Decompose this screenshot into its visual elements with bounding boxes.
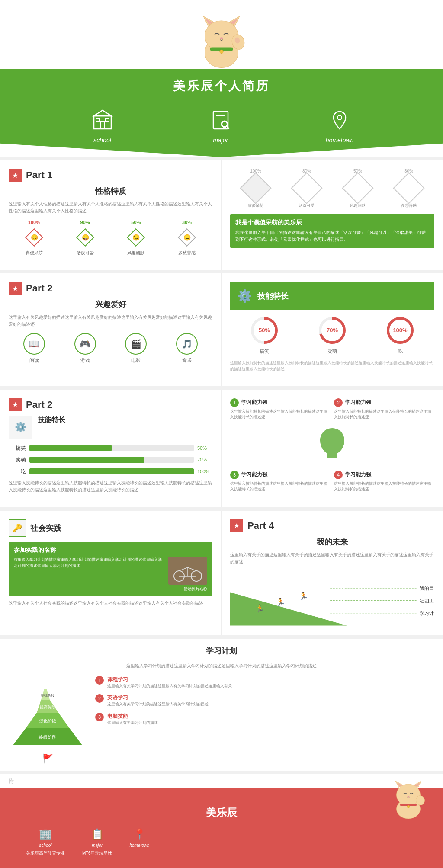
slide-part2b: ★ Part 2 ⚙️ 技能特长 搞笑 50% 卖萌 — [0, 390, 443, 507]
learn-1-text: 这里输入技能特长的描述这里输入技能特长的描述这里输入技能特长的描述还 — [230, 409, 331, 420]
intro-title: 我是个囊傻呆萌的美乐辰 — [235, 219, 429, 227]
svg-text:我的目标: 我的目标 — [420, 586, 434, 591]
interest-music: 🎵 音乐 — [176, 333, 198, 364]
bar-cute-pct: 70% — [197, 457, 212, 462]
svg-point-23 — [337, 115, 342, 120]
trait-3-label: 风趣幽默 — [127, 250, 144, 256]
step-3-num: 3 — [95, 713, 104, 721]
bar-eat-fill — [29, 468, 194, 474]
footer-hometown-icon: 📍 — [133, 828, 146, 840]
trait-4: 30% 😑 多愁善感 — [178, 220, 196, 256]
social-title-row: 🔑 社会实践 — [9, 519, 212, 537]
interests-desc: 这里输入有关风趣爱好的描述这里输入有关风趣爱好的描述这里输入有关风趣爱好的描述这… — [9, 314, 212, 328]
intro-box: 我是个囊傻呆萌的美乐辰 我在这里输入关于自己的描述这里输入有关自己的描述「活泼可… — [230, 214, 434, 248]
gaming-label: 游戏 — [80, 357, 90, 364]
activity-text: 这里输入学习计划的描述这里输入学习计划的描述这里输入学习计划的描述这里输入学习计… — [14, 557, 163, 585]
slide-study-plan: 学习计划 这里输入学习计划的描述这里输入学习计划的描述这里输入学习计划的描述这里… — [0, 639, 443, 771]
step-2-text: 这里输入有关学习计划的描述这里输入有关学习计划的描述 — [107, 701, 209, 708]
svg-text:🏃: 🏃 — [276, 597, 286, 607]
part2b-right: 1 学习能力强 这里输入技能特长的描述这里输入技能特长的描述这里输入技能特长的描… — [222, 390, 443, 507]
skill-funny-circ: 50% 搞笑 — [249, 315, 279, 355]
learn-3-title: 学习能力强 — [241, 471, 267, 478]
appendix-label: 附 — [0, 774, 443, 788]
pyramid-layout: 终级阶段 强化阶段 提高阶段 基础阶段 🚩 — [9, 676, 434, 764]
activity-image-label: 活动照片名称 — [14, 586, 207, 592]
step-2: 2 英语学习 这里输入有关学习计划的描述这里输入有关学习计划的描述 — [95, 694, 434, 708]
movies-icon: 🎬 — [125, 333, 147, 355]
school-label: school — [93, 137, 111, 144]
study-plan-title: 学习计划 — [9, 646, 434, 656]
skill-funny-label: 搞笑 — [260, 348, 269, 355]
svg-marker-15 — [94, 110, 111, 116]
part2b-label: Part 2 — [26, 399, 52, 410]
rt-trait-4: 30% 多愁善感 — [396, 169, 422, 208]
skills-header: ⚙️ 技能特长 — [230, 282, 434, 310]
study-plan-desc: 这里输入学习计划的描述这里输入学习计划的描述这里输入学习计划的描述这里输入学习计… — [9, 663, 434, 669]
learn-1-title: 学习能力强 — [241, 399, 267, 406]
interests-title: 兴趣爱好 — [9, 299, 212, 310]
bar-cute-fill — [29, 457, 144, 463]
part2b-star: ★ — [9, 398, 22, 411]
svg-text:社团工作: 社团工作 — [420, 598, 434, 603]
traits-row: 100% 😊 真傻呆萌 90% 😄 活泼可爱 — [9, 220, 212, 256]
footer-school-icon: 🏢 — [39, 828, 52, 840]
svg-point-8 — [220, 50, 223, 53]
learn-grid: 1 学习能力强 这里输入技能特长的描述这里输入技能特长的描述这里输入技能特长的描… — [230, 398, 434, 420]
school-icon — [90, 107, 116, 133]
major-label: major — [213, 137, 228, 144]
learn-1-num: 1 — [230, 398, 239, 407]
step-3-text: 这里输入有关学习计划的描述 — [107, 720, 158, 726]
svg-rect-14 — [100, 122, 105, 129]
part4-star: ★ — [230, 519, 243, 532]
step-1-title: 课程学习 — [107, 676, 232, 683]
activity-photo — [168, 557, 207, 585]
key-icon: 🔑 — [9, 519, 26, 537]
bar-funny-track — [29, 445, 194, 451]
slide-part1: ★ Part 1 性格特质 这里输入有关个人性格的描述这里输入有关个人性格的描述… — [0, 160, 443, 270]
bar-cute-name: 卖萌 — [9, 456, 26, 464]
footer-icons: 🏢 school 美乐辰高等教育专业 📋 major M76届云端星球 📍 ho… — [17, 828, 426, 856]
slide-footer: 附 美乐辰 🏢 schoo — [0, 774, 443, 868]
header-icons: school major — [26, 107, 417, 144]
bar-funny-pct: 50% — [197, 445, 212, 451]
footer-school-label: school — [39, 843, 52, 848]
part2b-desc: 这里输入技能特长的描述这里输入技能特长的描述这里输入技能特长的描述这里输入技能特… — [9, 480, 212, 493]
step-3-content: 电脑技能 这里输入有关学习计划的描述 — [107, 713, 158, 726]
circular-skills: 50% 搞笑 70% 卖萌 — [230, 315, 434, 355]
learn-4-title: 学习能力强 — [345, 471, 371, 478]
part1-header: ★ Part 1 — [9, 169, 212, 186]
interest-reading: 📖 阅读 — [23, 333, 45, 364]
trait-4-label: 多愁善感 — [178, 250, 196, 256]
svg-text:🏃: 🏃 — [299, 591, 308, 601]
bar-eat-pct: 100% — [197, 469, 212, 474]
pyramid-steps: 1 课程学习 这里输入有关学习计划的描述这里输入有关学习计划的描述这里输入有关 … — [95, 676, 434, 764]
part1-right: 100% 致傻呆萌 80% 活泼可爱 50% 风趣幽默 — [222, 160, 443, 270]
social-desc: 这里输入有关个人社会实践的描述这里输入有关个人社会实践的描述这里输入有关个人社会… — [9, 600, 212, 607]
bar-eat-track — [29, 468, 194, 474]
flag-icon: 🚩 — [42, 753, 53, 764]
svg-text:100%: 100% — [393, 327, 408, 333]
reading-label: 阅读 — [29, 357, 39, 364]
interest-movies: 🎬 电影 — [125, 333, 147, 364]
skills-desc: 这里输入技能特长的描述这里输入技能特长的描述这里输入技能特长的描述这里输入技能特… — [230, 360, 434, 372]
music-label: 音乐 — [182, 357, 192, 364]
part4-label: Part 4 — [247, 520, 274, 532]
svg-point-21 — [222, 122, 227, 126]
footer-hometown: 📍 hometown — [129, 828, 149, 856]
social-left: 🔑 社会实践 参加实践的名称 这里输入学习计划的描述这里输入学习计划的描述这里输… — [0, 511, 222, 635]
footer-major: 📋 major M76届云端星球 — [82, 828, 112, 856]
bar-funny-name: 搞笑 — [9, 445, 26, 452]
bar-funny: 搞笑 50% — [9, 445, 212, 452]
footer-school-text: 美乐辰高等教育专业 — [26, 850, 65, 856]
slide-part2: ★ Part 2 兴趣爱好 这里输入有关风趣爱好的描述这里输入有关风趣爱好的描述… — [0, 273, 443, 386]
rt-trait-3: 50% 风趣幽默 — [345, 169, 371, 208]
header-major: major — [208, 107, 234, 144]
part2-label: Part 2 — [26, 283, 52, 294]
pyramid-visual: 终级阶段 强化阶段 提高阶段 基础阶段 🚩 — [9, 676, 87, 764]
footer-major-label: major — [92, 843, 103, 848]
step-1-num: 1 — [95, 676, 104, 685]
svg-text:提高阶段: 提高阶段 — [40, 705, 55, 709]
slide-social-future: 🔑 社会实践 参加实践的名称 这里输入学习计划的描述这里输入学习计划的描述这里输… — [0, 511, 443, 635]
svg-text:强化阶段: 强化阶段 — [39, 718, 56, 723]
bar-eat: 吃 100% — [9, 468, 212, 475]
